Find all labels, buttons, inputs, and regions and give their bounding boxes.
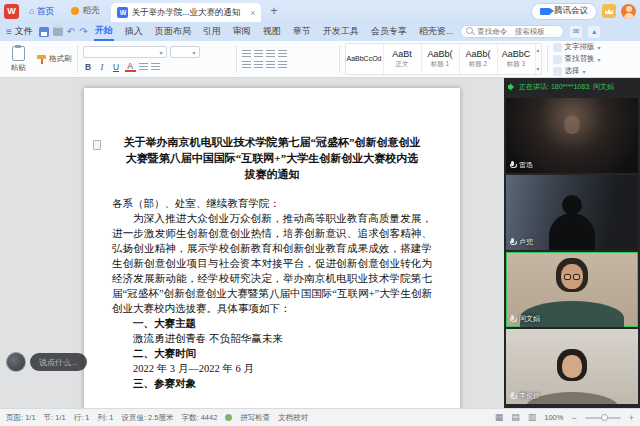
underline-button[interactable]: U — [111, 61, 122, 72]
tab-section[interactable]: 章节 — [292, 23, 312, 40]
new-tab-button[interactable]: + — [266, 4, 281, 18]
wps-logo: W — [4, 4, 19, 19]
ribbon-separator — [547, 45, 548, 73]
user-avatar[interactable] — [621, 4, 636, 19]
chevron-down-icon: ▾ — [192, 49, 195, 56]
search-input[interactable] — [477, 27, 558, 36]
redo-icon[interactable]: ↷ — [79, 27, 87, 37]
ribbon-tabs: 开始 插入 页面布局 引用 审阅 视图 章节 开发工具 会员专享 稻壳资... — [94, 22, 455, 41]
scroll-up-icon[interactable]: ▴ — [537, 46, 540, 53]
print-icon[interactable] — [53, 27, 63, 36]
tab-docer-resources[interactable]: 稻壳资... — [418, 23, 455, 40]
font-color-button[interactable]: A — [125, 61, 136, 72]
save-icon[interactable] — [39, 27, 49, 37]
outline-view-icon[interactable]: ▥ — [528, 413, 537, 422]
meeting-chat-overlay: 说点什么... — [6, 352, 87, 372]
numbered-list-icon[interactable] — [254, 50, 263, 57]
participant-face — [562, 355, 582, 378]
zoom-out-button[interactable]: − — [571, 413, 576, 423]
tab-home[interactable]: 开始 — [94, 22, 114, 41]
chat-avatar[interactable] — [6, 352, 26, 372]
style-body-text[interactable]: AaBt 正文 — [384, 44, 422, 74]
home-tab-label: 首页 — [36, 5, 54, 18]
participant-name-badge: 闫文娟 — [509, 314, 540, 324]
status-column: 列: 1 — [98, 413, 114, 423]
participant-silhouette — [549, 213, 595, 250]
section-heading-3: 三、参赛对象 — [112, 376, 432, 391]
select-button[interactable]: 选择 ▾ — [553, 66, 601, 76]
section-text-2: 2022 年 3 月—2022 年 6 月 — [112, 361, 432, 376]
tab-member[interactable]: 会员专享 — [370, 23, 408, 40]
home-tab[interactable]: ⌂ 首页 — [24, 3, 59, 19]
bullet-list-icon[interactable] — [242, 50, 251, 57]
paragraph-group — [242, 43, 334, 75]
status-page: 页面: 1/1 — [6, 413, 36, 423]
tab-page-layout[interactable]: 页面布局 — [154, 23, 192, 40]
style-heading-2[interactable]: AaBb( 标题 2 — [460, 44, 498, 74]
participant-name: 李俊娇 — [519, 391, 540, 401]
zoom-slider[interactable] — [585, 417, 621, 419]
tab-insert[interactable]: 插入 — [124, 23, 144, 40]
style-heading-1[interactable]: AaBb( 标题 1 — [422, 44, 460, 74]
align-center-icon[interactable] — [254, 61, 263, 68]
tab-developer[interactable]: 开发工具 — [322, 23, 360, 40]
participant-name: 闫文娟 — [519, 314, 540, 324]
close-tab-icon[interactable]: × — [250, 8, 255, 18]
participant-video-tile[interactable]: 卢兜 — [506, 175, 638, 250]
editing-group: 文字排版 ▾ 查找替换 ▾ 选择 ▾ — [553, 43, 601, 75]
document-page[interactable]: 关于举办南京机电职业技术学院第七届“冠盛杯”创新创意创业 大赛暨第八届中国国际“… — [84, 88, 460, 408]
font-name-combo[interactable]: ▾ — [83, 46, 167, 58]
member-crown-icon[interactable] — [602, 4, 616, 18]
undo-icon[interactable]: ↶ — [67, 27, 75, 37]
statusbar: 页面: 1/1 节: 1/1 行: 1 列: 1 设置值: 2.5厘米 字数: … — [0, 408, 640, 426]
format-painter-button[interactable]: 格式刷 — [37, 54, 72, 64]
spellcheck-button[interactable]: 拼写检查 — [240, 413, 270, 423]
web-view-icon[interactable]: ▤ — [511, 413, 520, 422]
tencent-meeting-button[interactable]: 腾讯会议 — [531, 3, 597, 20]
zoom-slider-thumb[interactable] — [601, 414, 608, 421]
tab-view[interactable]: 视图 — [262, 23, 282, 40]
participant-video-tile[interactable]: 李俊娇 — [506, 329, 638, 404]
highlight-icon[interactable] — [139, 63, 148, 70]
participant-name-badge: 卢兜 — [509, 237, 533, 247]
message-icon[interactable]: ✉ — [570, 26, 582, 38]
bookmark-icon — [93, 140, 101, 150]
writer-doc-icon: W — [117, 7, 128, 18]
find-replace-button[interactable]: 查找替换 ▾ — [553, 54, 601, 64]
scroll-down-icon[interactable]: ▾ — [537, 65, 540, 72]
document-title-line: 大赛暨第八届中国国际“互联网+”大学生创新创业大赛校内选 — [112, 150, 432, 166]
font-size-combo[interactable]: ▾ — [170, 46, 200, 58]
text-layout-button[interactable]: 文字排版 ▾ — [553, 42, 601, 52]
zoom-level: 100% — [544, 413, 563, 422]
status-word-count[interactable]: 字数: 4442 — [181, 413, 217, 423]
tab-references[interactable]: 引用 — [202, 23, 222, 40]
command-search-box[interactable] — [460, 25, 564, 38]
file-menu-button[interactable]: ≡ 文件 — [6, 25, 33, 38]
participant-name: 雷迅 — [519, 160, 533, 170]
style-heading-3[interactable]: AaBbC 标题 3 — [498, 44, 536, 74]
page-view-icon[interactable]: ▦ — [495, 413, 504, 422]
proofread-button[interactable]: 文档校对 — [278, 413, 308, 423]
participant-silhouette — [562, 195, 582, 215]
tab-review[interactable]: 审阅 — [232, 23, 252, 40]
tab-docer[interactable]: 稻壳 — [64, 2, 106, 20]
increase-indent-icon[interactable] — [278, 50, 287, 57]
chat-input[interactable]: 说点什么... — [30, 353, 87, 371]
align-right-icon[interactable] — [266, 61, 275, 68]
participant-video-tile-speaking[interactable]: 闫文娟 — [506, 252, 638, 327]
zoom-in-button[interactable]: + — [629, 413, 634, 423]
align-left-icon[interactable] — [242, 61, 251, 68]
bold-button[interactable]: B — [83, 61, 94, 72]
styles-gallery-scroll[interactable]: ▴ ▾ — [536, 44, 541, 74]
style-normal-preview[interactable]: AaBbCcOd — [346, 44, 384, 74]
italic-button[interactable]: I — [97, 61, 108, 72]
clipboard-icon — [12, 46, 25, 61]
participant-video-tile[interactable]: 雷迅 — [506, 98, 638, 173]
decrease-indent-icon[interactable] — [266, 50, 275, 57]
salutation-line: 各系（部）、处室、继续教育学院： — [112, 196, 432, 211]
char-border-icon[interactable] — [151, 63, 160, 70]
tab-document-active[interactable]: W 关于举办学院...业大赛的通知 × — [111, 3, 261, 22]
collapse-ribbon-icon[interactable]: ▴ — [588, 26, 600, 38]
line-spacing-icon[interactable] — [278, 61, 287, 68]
paste-button[interactable]: 粘贴 — [4, 43, 32, 75]
